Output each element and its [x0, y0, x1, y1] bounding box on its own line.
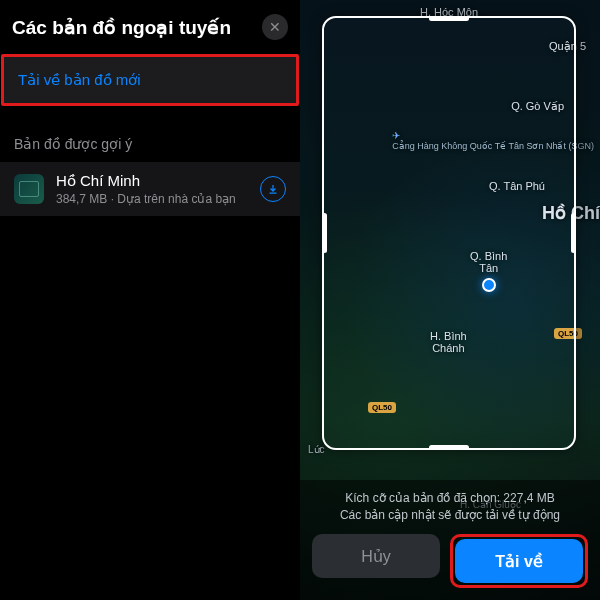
- footer-text: Kích cỡ của bản đồ đã chọn: 227,4 MB Các…: [312, 490, 588, 524]
- suggested-map-row[interactable]: Hồ Chí Minh 384,7 MB · Dựa trên nhà của …: [0, 162, 300, 216]
- suggested-map-name: Hồ Chí Minh: [56, 172, 260, 190]
- download-label: Tải về: [495, 552, 543, 571]
- auto-update-text: Các bản cập nhật sẽ được tải về tự động: [340, 508, 560, 522]
- cancel-label: Hủy: [361, 547, 391, 566]
- footer-buttons: Hủy Tải về: [312, 534, 588, 588]
- suggested-map-text: Hồ Chí Minh 384,7 MB · Dựa trên nhà của …: [56, 172, 260, 206]
- offline-maps-panel: Các bản đồ ngoại tuyến ✕ Tải về bản đồ m…: [0, 0, 300, 600]
- download-button[interactable]: Tải về: [455, 539, 583, 583]
- selection-footer: Kích cỡ của bản đồ đã chọn: 227,4 MB Các…: [300, 480, 600, 600]
- resize-handle-right[interactable]: [571, 213, 576, 253]
- highlight-download: Tải về: [450, 534, 588, 588]
- download-new-map-row[interactable]: Tải về bản đồ mới: [4, 57, 296, 103]
- map-selection-panel: H. Hóc Môn Quận 5 Q. Gò Vấp ✈Cảng Hàng K…: [300, 0, 600, 600]
- close-button[interactable]: ✕: [262, 14, 288, 40]
- download-icon[interactable]: [260, 176, 286, 202]
- map-thumbnail-icon: [14, 174, 44, 204]
- resize-handle-left[interactable]: [322, 213, 327, 253]
- download-new-map-label: Tải về bản đồ mới: [18, 71, 141, 88]
- suggested-map-subtitle: 384,7 MB · Dựa trên nhà của bạn: [56, 192, 260, 206]
- close-icon: ✕: [269, 19, 281, 35]
- resize-handle-bottom[interactable]: [429, 445, 469, 450]
- map-label-luc: Lức: [308, 444, 325, 455]
- resize-handle-top[interactable]: [429, 16, 469, 21]
- map-size-text: Kích cỡ của bản đồ đã chọn: 227,4 MB: [345, 491, 554, 505]
- suggested-header: Bản đồ được gợi ý: [14, 136, 286, 152]
- map-selection-frame[interactable]: [322, 16, 576, 450]
- cancel-button[interactable]: Hủy: [312, 534, 440, 578]
- panel-header: Các bản đồ ngoại tuyến ✕: [0, 0, 300, 52]
- highlight-new-map: Tải về bản đồ mới: [1, 54, 299, 106]
- panel-title: Các bản đồ ngoại tuyến: [12, 16, 231, 39]
